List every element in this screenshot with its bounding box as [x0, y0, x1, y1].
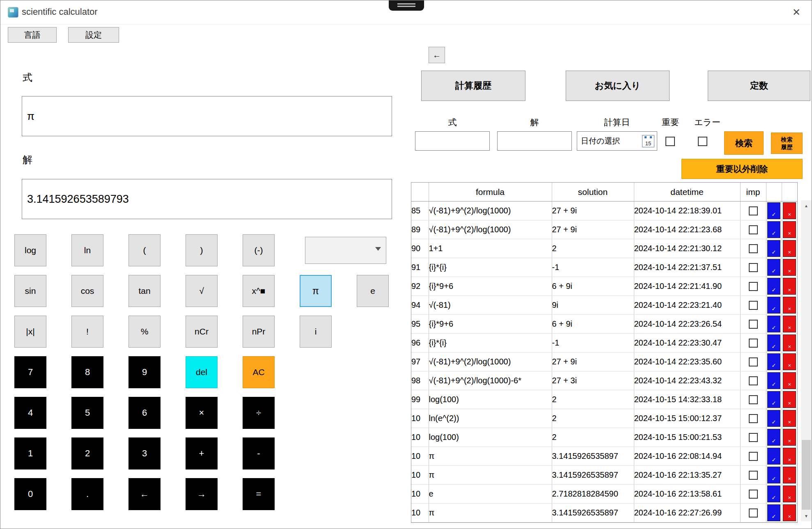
row-recall-button[interactable]: ✓ [767, 316, 780, 332]
row-delete-button[interactable]: × [783, 353, 796, 370]
tab-calculation-history[interactable]: 計算履歴 [421, 71, 525, 101]
key-factorial[interactable]: ! [71, 316, 103, 348]
row-delete-button[interactable]: × [783, 202, 796, 219]
row-delete-button[interactable]: × [783, 334, 796, 351]
key-equals[interactable]: = [243, 478, 275, 510]
close-button[interactable]: ✕ [787, 4, 806, 21]
search-button[interactable]: 検索 [724, 131, 764, 155]
key-4[interactable]: 4 [14, 397, 46, 429]
key-percent[interactable]: % [128, 316, 161, 348]
scrollbar-thumb[interactable] [802, 440, 811, 510]
row-recall-button[interactable]: ✓ [767, 410, 780, 427]
solution-output[interactable] [22, 179, 392, 219]
row-delete-button[interactable]: × [783, 240, 796, 257]
date-picker[interactable]: 日付の選択 15 [577, 131, 657, 151]
key-euler[interactable]: e [357, 275, 389, 307]
row-recall-button[interactable]: ✓ [767, 334, 780, 351]
row-important-checkbox[interactable] [749, 452, 758, 461]
row-delete-button[interactable]: × [783, 259, 796, 276]
row-recall-button[interactable]: ✓ [767, 429, 780, 446]
row-delete-button[interactable]: × [783, 316, 796, 332]
row-important-checkbox[interactable] [749, 414, 758, 423]
row-delete-button[interactable]: × [783, 297, 796, 314]
row-recall-button[interactable]: ✓ [767, 278, 780, 295]
row-delete-button[interactable]: × [783, 372, 796, 389]
key-close-paren[interactable]: ) [186, 234, 218, 266]
key-9[interactable]: 9 [128, 356, 161, 388]
key-cursor-left[interactable]: ← [128, 478, 161, 510]
scroll-down-icon[interactable]: ▼ [801, 511, 812, 521]
search-formula-input[interactable] [415, 131, 490, 151]
row-important-checkbox[interactable] [749, 301, 758, 310]
key-decimal[interactable]: . [71, 478, 103, 510]
row-important-checkbox[interactable] [749, 508, 758, 518]
row-important-checkbox[interactable] [749, 320, 758, 329]
row-recall-button[interactable]: ✓ [767, 372, 780, 389]
row-recall-button[interactable]: ✓ [767, 353, 780, 370]
key-open-paren[interactable]: ( [128, 234, 161, 266]
row-important-checkbox[interactable] [749, 339, 758, 348]
row-delete-button[interactable]: × [783, 429, 796, 446]
back-button[interactable]: ← [429, 47, 445, 63]
key-ac[interactable]: AC [243, 356, 275, 388]
row-important-checkbox[interactable] [749, 433, 758, 442]
row-important-checkbox[interactable] [749, 376, 758, 385]
row-important-checkbox[interactable] [749, 225, 758, 234]
key-cursor-right[interactable]: → [186, 478, 218, 510]
row-recall-button[interactable]: ✓ [767, 485, 780, 502]
key-pi[interactable]: π [300, 275, 332, 307]
row-important-checkbox[interactable] [749, 490, 758, 499]
key-3[interactable]: 3 [128, 437, 161, 469]
row-recall-button[interactable]: ✓ [767, 448, 780, 465]
key-ln[interactable]: ln [71, 234, 103, 266]
search-history-button[interactable]: 検索 履歴 [771, 133, 803, 154]
row-important-checkbox[interactable] [749, 471, 758, 480]
row-recall-button[interactable]: ✓ [767, 391, 780, 408]
key-tan[interactable]: tan [128, 275, 161, 307]
row-important-checkbox[interactable] [749, 357, 758, 366]
table-scrollbar[interactable]: ▲ ▼ [801, 200, 812, 521]
row-recall-button[interactable]: ✓ [767, 202, 780, 219]
key-abs[interactable]: |x| [14, 316, 46, 348]
angle-mode-select[interactable] [305, 237, 386, 264]
key-plus[interactable]: + [186, 437, 218, 469]
key-imaginary[interactable]: i [300, 316, 332, 348]
key-negate[interactable]: (-) [243, 234, 275, 266]
key-7[interactable]: 7 [14, 356, 46, 388]
error-filter-checkbox[interactable] [698, 137, 707, 146]
row-delete-button[interactable]: × [783, 504, 796, 521]
row-recall-button[interactable]: ✓ [767, 240, 780, 257]
key-npr[interactable]: nPr [243, 316, 275, 348]
row-delete-button[interactable]: × [783, 467, 796, 483]
row-delete-button[interactable]: × [783, 448, 796, 465]
key-power[interactable]: x^■ [243, 275, 275, 307]
key-divide[interactable]: ÷ [243, 397, 275, 429]
row-delete-button[interactable]: × [783, 278, 796, 295]
tab-constants[interactable]: 定数 [708, 71, 810, 101]
key-6[interactable]: 6 [128, 397, 161, 429]
key-0[interactable]: 0 [14, 478, 46, 510]
row-recall-button[interactable]: ✓ [767, 297, 780, 314]
settings-button[interactable]: 設定 [68, 27, 119, 43]
row-important-checkbox[interactable] [749, 263, 758, 272]
scroll-up-icon[interactable]: ▲ [801, 200, 812, 211]
key-minus[interactable]: - [243, 437, 275, 469]
row-delete-button[interactable]: × [783, 485, 796, 502]
key-ncr[interactable]: nCr [186, 316, 218, 348]
delete-non-important-button[interactable]: 重要以外削除 [681, 159, 803, 179]
row-delete-button[interactable]: × [783, 391, 796, 408]
calendar-icon[interactable]: 15 [642, 135, 654, 147]
key-8[interactable]: 8 [71, 356, 103, 388]
formula-input[interactable] [22, 96, 392, 136]
key-1[interactable]: 1 [14, 437, 46, 469]
tab-favorites[interactable]: お気に入り [566, 71, 670, 101]
row-recall-button[interactable]: ✓ [767, 504, 780, 521]
language-button[interactable]: 言語 [8, 27, 57, 43]
row-important-checkbox[interactable] [749, 282, 758, 291]
row-delete-button[interactable]: × [783, 221, 796, 238]
row-important-checkbox[interactable] [749, 244, 758, 253]
important-filter-checkbox[interactable] [665, 137, 675, 146]
row-delete-button[interactable]: × [783, 410, 796, 427]
row-recall-button[interactable]: ✓ [767, 259, 780, 276]
key-multiply[interactable]: × [186, 397, 218, 429]
